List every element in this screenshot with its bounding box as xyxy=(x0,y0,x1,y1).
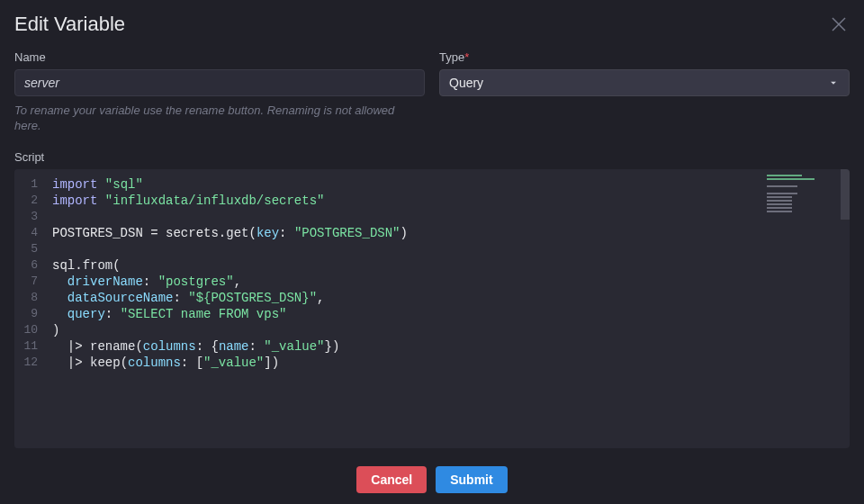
editor-scrollbar[interactable] xyxy=(841,169,850,220)
modal-title: Edit Variable xyxy=(14,13,125,36)
script-label: Script xyxy=(14,150,850,164)
code-editor[interactable]: 123456789101112 import "sql"import "infl… xyxy=(14,169,850,448)
name-helper-text: To rename your variable use the rename b… xyxy=(0,96,432,134)
modal-header: Edit Variable xyxy=(0,0,864,45)
editor-minimap[interactable] xyxy=(767,175,817,229)
required-mark: * xyxy=(464,50,469,64)
modal-footer: Cancel Submit xyxy=(0,448,864,504)
type-field-col: Type* Query xyxy=(439,50,850,96)
cancel-button[interactable]: Cancel xyxy=(356,466,427,493)
close-icon[interactable] xyxy=(828,14,850,35)
form-row: Name Type* Query xyxy=(0,45,864,96)
editor-code[interactable]: import "sql"import "influxdata/influxdb/… xyxy=(47,169,408,448)
type-select[interactable]: Query xyxy=(439,69,850,96)
name-input[interactable] xyxy=(14,69,425,96)
type-label-text: Type xyxy=(439,50,464,64)
name-label: Name xyxy=(14,50,425,64)
script-section: Script 123456789101112 import "sql"impor… xyxy=(0,134,864,448)
type-select-value: Query xyxy=(449,76,483,90)
name-field-col: Name xyxy=(14,50,425,96)
editor-gutter: 123456789101112 xyxy=(14,169,47,448)
chevron-down-icon xyxy=(827,76,840,93)
edit-variable-modal: Edit Variable Name Type* Query To rename… xyxy=(0,0,864,504)
submit-button[interactable]: Submit xyxy=(436,466,507,493)
type-label: Type* xyxy=(439,50,850,64)
